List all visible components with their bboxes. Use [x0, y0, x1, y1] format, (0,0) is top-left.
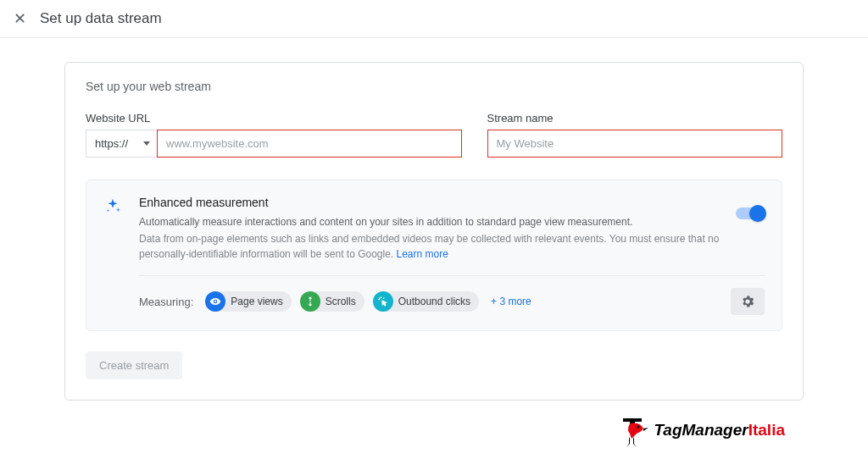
- close-icon[interactable]: ✕: [14, 11, 26, 26]
- stream-name-input[interactable]: [487, 130, 782, 158]
- sparkle-icon: [103, 197, 124, 315]
- create-stream-button[interactable]: Create stream: [86, 351, 182, 379]
- card-title: Set up your web stream: [86, 80, 782, 93]
- more-measurements-link[interactable]: + 3 more: [491, 296, 531, 307]
- chip-page-views: Page views: [205, 291, 291, 312]
- toggle-knob: [749, 205, 766, 222]
- gear-icon: [740, 294, 755, 309]
- enhanced-title: Enhanced measurement: [139, 196, 765, 209]
- website-url-input[interactable]: [157, 130, 462, 158]
- chip-label: Scrolls: [326, 296, 356, 307]
- enhanced-subtitle: Automatically measure interactions and c…: [139, 216, 765, 228]
- woodpecker-icon: [618, 413, 648, 447]
- learn-more-link[interactable]: Learn more: [397, 248, 448, 260]
- brand-prefix: TagManager: [654, 421, 748, 439]
- stream-name-label: Stream name: [487, 112, 782, 124]
- divider: [139, 275, 765, 276]
- enhanced-measurement-panel: Enhanced measurement Automatically measu…: [86, 180, 782, 331]
- chip-label: Outbound clicks: [398, 296, 470, 307]
- enhanced-toggle[interactable]: [736, 207, 765, 219]
- svg-point-0: [637, 426, 640, 429]
- eye-icon: [205, 291, 225, 312]
- scroll-icon: [300, 291, 320, 312]
- settings-button[interactable]: [731, 288, 765, 315]
- cursor-click-icon: [373, 291, 393, 312]
- brand-suffix: Italia: [748, 421, 785, 439]
- chip-label: Page views: [231, 296, 282, 307]
- website-url-label: Website URL: [86, 112, 462, 124]
- page-title: Set up data stream: [40, 10, 162, 27]
- measuring-label: Measuring:: [139, 296, 193, 308]
- protocol-value: https://: [95, 137, 128, 150]
- setup-card: Set up your web stream Website URL https…: [64, 62, 804, 401]
- chip-scrolls: Scrolls: [300, 291, 364, 312]
- enhanced-description: Data from on-page elements such as links…: [139, 231, 765, 262]
- protocol-select[interactable]: https://: [86, 130, 157, 158]
- chip-outbound-clicks: Outbound clicks: [373, 291, 479, 312]
- branding-logo: TagManagerItalia: [618, 413, 785, 447]
- chevron-down-icon: [143, 141, 150, 146]
